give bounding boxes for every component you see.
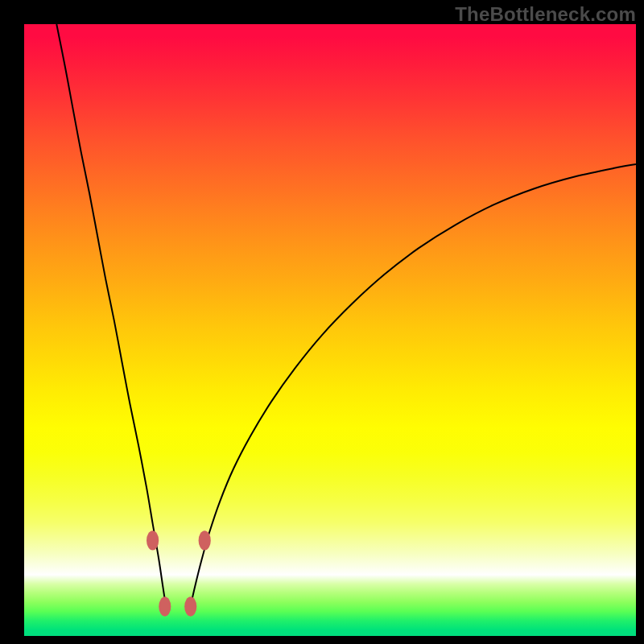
curve-layer: [24, 24, 636, 636]
marker-group: [147, 530, 211, 616]
watermark-text: TheBottleneck.com: [455, 3, 636, 26]
data-marker: [184, 597, 196, 616]
chart-plot-area: [24, 24, 636, 636]
right-branch-curve: [189, 164, 636, 612]
left-branch-curve: [56, 24, 167, 612]
data-marker: [199, 530, 211, 550]
data-marker: [159, 597, 171, 616]
data-marker: [147, 530, 159, 550]
